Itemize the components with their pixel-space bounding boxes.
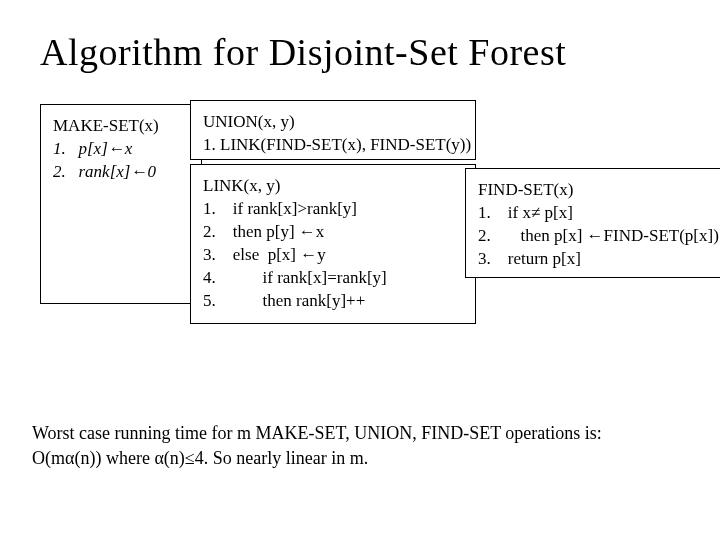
link-line-3: 3. else p[x] ←y <box>203 244 465 267</box>
make-set-box: MAKE-SET(x) 1. p[x]←x 2. rank[x]←0 <box>40 104 202 304</box>
footer-line-2: O(mα(n)) where α(n)≤4. So nearly linear … <box>32 446 682 470</box>
find-set-line-1: 1. if x≠ p[x] <box>478 202 714 225</box>
make-set-header: MAKE-SET(x) <box>53 115 191 138</box>
union-box: UNION(x, y) 1. LINK(FIND-SET(x), FIND-SE… <box>190 100 476 160</box>
union-header: UNION(x, y) <box>203 111 465 134</box>
link-line-4: 4. if rank[x]=rank[y] <box>203 267 465 290</box>
find-set-box: FIND-SET(x) 1. if x≠ p[x] 2. then p[x] ←… <box>465 168 720 278</box>
link-box: LINK(x, y) 1. if rank[x]>rank[y] 2. then… <box>190 164 476 324</box>
link-line-5: 5. then rank[y]++ <box>203 290 465 313</box>
link-line-2: 2. then p[y] ←x <box>203 221 465 244</box>
make-set-line-2: 2. rank[x]←0 <box>53 161 191 184</box>
union-line-1: 1. LINK(FIND-SET(x), FIND-SET(y)) <box>203 134 465 157</box>
link-line-1: 1. if rank[x]>rank[y] <box>203 198 465 221</box>
footer-text: Worst case running time for m MAKE-SET, … <box>32 421 682 470</box>
slide: Algorithm for Disjoint-Set Forest MAKE-S… <box>0 0 720 540</box>
find-set-header: FIND-SET(x) <box>478 179 714 202</box>
link-header: LINK(x, y) <box>203 175 465 198</box>
footer-line-1: Worst case running time for m MAKE-SET, … <box>32 421 682 445</box>
find-set-line-2: 2. then p[x] ←FIND-SET(p[x]) <box>478 225 714 248</box>
find-set-line-3: 3. return p[x] <box>478 248 714 271</box>
algorithm-boxes: MAKE-SET(x) 1. p[x]←x 2. rank[x]←0 UNION… <box>40 100 692 360</box>
page-title: Algorithm for Disjoint-Set Forest <box>40 30 692 74</box>
make-set-line-1: 1. p[x]←x <box>53 138 191 161</box>
